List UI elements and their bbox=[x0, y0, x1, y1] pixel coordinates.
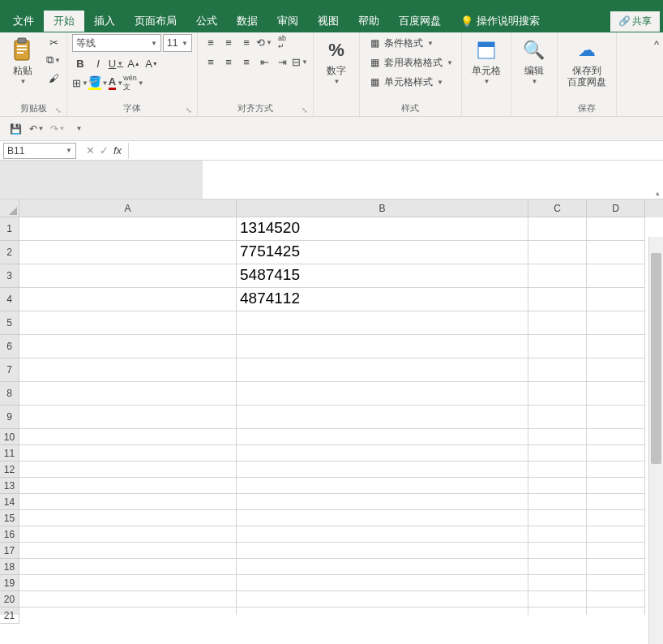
scrollbar-thumb[interactable] bbox=[651, 253, 661, 464]
tab-view[interactable]: 视图 bbox=[308, 11, 349, 32]
cell-A4[interactable] bbox=[19, 288, 237, 311]
cell-B10[interactable] bbox=[237, 429, 528, 445]
share-button[interactable]: 🔗 共享 bbox=[610, 11, 660, 32]
cell-C3[interactable] bbox=[528, 264, 587, 288]
align-center-button[interactable]: ≡ bbox=[220, 54, 237, 70]
cell-D5[interactable] bbox=[587, 311, 645, 335]
underline-button[interactable]: U▼ bbox=[108, 55, 124, 71]
font-color-button[interactable]: A▼ bbox=[108, 75, 124, 91]
cell-B19[interactable] bbox=[237, 575, 528, 591]
undo-button[interactable]: ↶▼ bbox=[28, 120, 45, 138]
cell-A19[interactable] bbox=[19, 575, 237, 591]
cell-B3[interactable]: 5487415 bbox=[237, 264, 528, 288]
tab-data[interactable]: 数据 bbox=[227, 11, 267, 32]
cell-D15[interactable] bbox=[587, 510, 645, 526]
cell-C20[interactable] bbox=[528, 591, 587, 608]
cell-D1[interactable] bbox=[587, 217, 645, 241]
cell-D17[interactable] bbox=[587, 543, 645, 559]
cell-C1[interactable] bbox=[528, 217, 587, 241]
fx-button[interactable]: fx bbox=[113, 144, 122, 157]
cell-B8[interactable] bbox=[237, 382, 528, 406]
align-top-button[interactable]: ≡ bbox=[203, 34, 219, 50]
cell-A21[interactable] bbox=[19, 608, 237, 615]
row-header-18[interactable]: 18 bbox=[0, 559, 19, 575]
cell-A2[interactable] bbox=[19, 241, 237, 264]
cell-D20[interactable] bbox=[587, 591, 645, 608]
cell-B17[interactable] bbox=[237, 543, 528, 559]
collapse-ribbon-button[interactable]: ^ bbox=[650, 36, 663, 52]
align-left-button[interactable]: ≡ bbox=[203, 54, 219, 70]
decrease-indent-button[interactable]: ⇤ bbox=[256, 54, 272, 70]
cell-C16[interactable] bbox=[528, 526, 587, 543]
column-header-C[interactable]: C bbox=[528, 200, 587, 217]
paste-button[interactable]: 粘贴 ▼ bbox=[5, 34, 41, 88]
tab-help[interactable]: 帮助 bbox=[349, 11, 389, 32]
font-name-select[interactable]: 等线▼ bbox=[72, 34, 161, 52]
cell-B5[interactable] bbox=[237, 311, 528, 335]
format-painter-button[interactable]: 🖌 bbox=[45, 70, 62, 86]
redo-button[interactable]: ↷▼ bbox=[49, 120, 66, 138]
cell-A13[interactable] bbox=[19, 478, 237, 494]
number-format-button[interactable]: % 数字 ▼ bbox=[319, 34, 354, 88]
merge-button[interactable]: ⊟▼ bbox=[292, 54, 308, 70]
collapse-formula-bar-button[interactable]: ▴ bbox=[656, 189, 660, 197]
tab-page-layout[interactable]: 页面布局 bbox=[125, 11, 186, 32]
cell-B7[interactable] bbox=[237, 358, 528, 382]
cell-B4[interactable]: 4874112 bbox=[237, 288, 528, 311]
cell-C11[interactable] bbox=[528, 445, 587, 462]
cell-D9[interactable] bbox=[587, 406, 645, 429]
tab-home[interactable]: 开始 bbox=[44, 11, 84, 32]
row-header-20[interactable]: 20 bbox=[0, 591, 19, 608]
border-button[interactable]: ⊞▼ bbox=[72, 75, 88, 91]
row-header-7[interactable]: 7 bbox=[0, 358, 19, 382]
row-header-14[interactable]: 14 bbox=[0, 494, 19, 510]
row-header-13[interactable]: 13 bbox=[0, 478, 19, 494]
fill-color-button[interactable]: 🪣▼ bbox=[90, 75, 106, 91]
cell-D6[interactable] bbox=[587, 335, 645, 358]
tab-insert[interactable]: 插入 bbox=[84, 11, 125, 32]
cell-B1[interactable]: 1314520 bbox=[237, 217, 528, 241]
qat-customize-button[interactable]: ▼ bbox=[70, 120, 88, 138]
tab-baidu[interactable]: 百度网盘 bbox=[389, 11, 451, 32]
decrease-font-button[interactable]: A▼ bbox=[143, 55, 160, 71]
cell-D3[interactable] bbox=[587, 264, 645, 288]
tab-tell-me[interactable]: 💡 操作说明搜索 bbox=[451, 11, 550, 32]
align-bottom-button[interactable]: ≡ bbox=[238, 34, 255, 50]
formula-input[interactable] bbox=[128, 143, 663, 159]
cell-D16[interactable] bbox=[587, 526, 645, 543]
cell-A9[interactable] bbox=[19, 406, 237, 429]
cell-D4[interactable] bbox=[587, 288, 645, 311]
orientation-button[interactable]: ⟲▼ bbox=[256, 34, 272, 50]
cell-A14[interactable] bbox=[19, 494, 237, 510]
cell-A10[interactable] bbox=[19, 429, 237, 445]
cell-B18[interactable] bbox=[237, 559, 528, 575]
cell-A7[interactable] bbox=[19, 358, 237, 382]
cell-A1[interactable] bbox=[19, 217, 237, 241]
dialog-launcher-icon[interactable]: ⤡ bbox=[55, 106, 62, 114]
cell-A3[interactable] bbox=[19, 264, 237, 288]
cell-D18[interactable] bbox=[587, 559, 645, 575]
cell-A8[interactable] bbox=[19, 382, 237, 406]
increase-indent-button[interactable]: ⇥ bbox=[274, 54, 290, 70]
tab-formula[interactable]: 公式 bbox=[186, 11, 227, 32]
align-right-button[interactable]: ≡ bbox=[238, 54, 255, 70]
cell-A5[interactable] bbox=[19, 311, 237, 335]
cell-B6[interactable] bbox=[237, 335, 528, 358]
cell-D21[interactable] bbox=[587, 608, 645, 615]
align-middle-button[interactable]: ≡ bbox=[220, 34, 237, 50]
row-header-19[interactable]: 19 bbox=[0, 575, 19, 591]
cell-B21[interactable] bbox=[237, 608, 528, 615]
row-header-1[interactable]: 1 bbox=[0, 217, 19, 241]
cell-D10[interactable] bbox=[587, 429, 645, 445]
cell-C13[interactable] bbox=[528, 478, 587, 494]
cell-C4[interactable] bbox=[528, 288, 587, 311]
cell-C6[interactable] bbox=[528, 335, 587, 358]
italic-button[interactable]: I bbox=[90, 55, 106, 71]
column-header-B[interactable]: B bbox=[237, 200, 528, 217]
cell-C12[interactable] bbox=[528, 462, 587, 478]
select-all-button[interactable] bbox=[0, 200, 19, 217]
row-header-4[interactable]: 4 bbox=[0, 288, 19, 311]
row-header-17[interactable]: 17 bbox=[0, 543, 19, 559]
cell-B12[interactable] bbox=[237, 462, 528, 478]
table-format-button[interactable]: ▦套用表格格式▼ bbox=[365, 54, 456, 71]
